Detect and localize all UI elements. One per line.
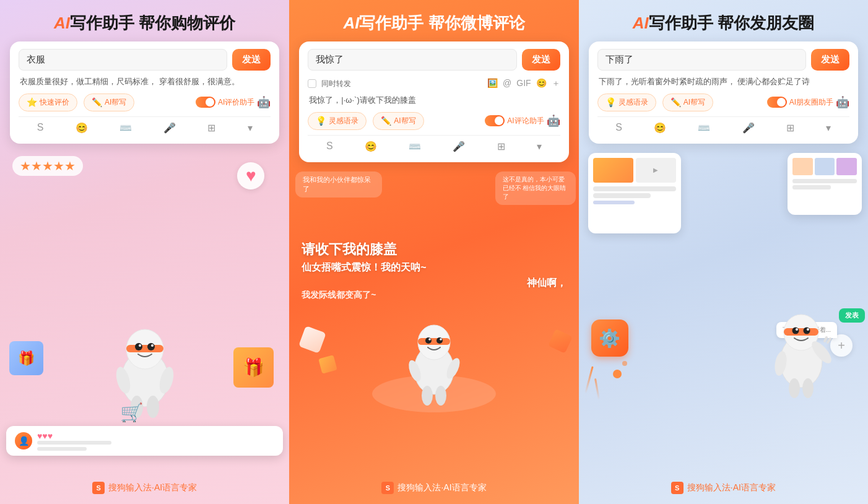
search-input-1[interactable]: [19, 49, 227, 71]
emoji-icon-1[interactable]: 😊: [72, 121, 92, 135]
at-icon[interactable]: @: [503, 78, 511, 89]
gift-box-1: 🎁: [9, 341, 43, 375]
svg-point-29: [807, 328, 809, 331]
grid-icon-2[interactable]: ⊞: [493, 139, 509, 154]
quick-review-btn[interactable]: ⭐ 快速评价: [19, 93, 77, 111]
generated-text-2: 我惊了，|·ω·`)请收下我的膝盖: [308, 94, 560, 107]
keyboard-icon-2[interactable]: ⌨️: [405, 139, 425, 154]
gif-icon[interactable]: GIF: [516, 78, 531, 89]
plus-icon[interactable]: ＋: [552, 78, 560, 89]
mic-icon-3[interactable]: 🎤: [739, 121, 758, 135]
footer-text-2: 搜狗输入法·AI语言专家: [397, 482, 486, 493]
svg-point-3: [135, 343, 142, 350]
grid-icon-1[interactable]: ⊞: [204, 121, 219, 135]
gift-box-2: 🎁: [233, 347, 274, 388]
keyboard-row-3: S 😊 ⌨️ 🎤 ⊞ ▾: [597, 116, 849, 136]
ribbon-text-3: 神仙啊，: [302, 277, 566, 290]
deco-block-2: [319, 355, 338, 374]
toggle-label-1: AI评价助手: [218, 97, 254, 108]
generated-text-3: 下雨了，光听着窗外时紧时疏的雨声， 便满心都会贮足了诗: [597, 76, 849, 89]
send-button-1[interactable]: 发送: [232, 49, 271, 71]
sogou-icon-3: S: [612, 121, 626, 134]
input-row-1: 发送: [19, 49, 271, 71]
panel-2-title: AI写作助手 帮你微博评论: [289, 0, 578, 41]
emoji-icon-3[interactable]: 😊: [650, 121, 670, 135]
post-btn-mockup: 发表: [839, 308, 865, 323]
star-icon: ⭐: [27, 97, 37, 107]
pencil-icon-3: ✏️: [671, 97, 681, 107]
input-row-3: 发送: [597, 49, 849, 71]
speech-bubble-1: 我和我的小伙伴都惊呆了: [295, 172, 382, 198]
mic-icon-1[interactable]: 🎤: [160, 121, 180, 135]
grid-icon-3[interactable]: ⊞: [783, 121, 798, 135]
svg-point-4: [147, 343, 155, 350]
chevron-down-icon-2[interactable]: ▾: [533, 139, 545, 154]
ribbon-text-1: 请收下我的膝盖: [302, 240, 566, 259]
bulb-icon-3: 💡: [605, 97, 616, 107]
review-line-1: [37, 441, 111, 445]
svg-point-28: [796, 328, 798, 331]
svg-point-6: [151, 344, 154, 347]
search-input-2[interactable]: [308, 49, 516, 71]
keyboard-icon-3[interactable]: ⌨️: [694, 121, 714, 135]
ai-write-btn-1[interactable]: ✏️ AI帮写: [84, 93, 134, 111]
emoji-icon-2[interactable]: 😊: [361, 139, 381, 154]
robot-character-3: [766, 309, 837, 403]
svg-point-26: [792, 328, 799, 334]
chevron-down-icon-1[interactable]: ▾: [244, 121, 256, 135]
emoji-weibo-icon[interactable]: 😊: [536, 78, 547, 89]
ai-write-btn-3[interactable]: ✏️ AI帮写: [662, 93, 713, 111]
heart-float: ♥: [237, 162, 264, 189]
input-row-2: 发送: [308, 49, 560, 71]
svg-point-22: [435, 386, 446, 406]
robot-emoji-1: 🤖: [257, 95, 271, 109]
toggle-label-3: AI朋友圈助手: [789, 97, 833, 108]
svg-rect-25: [784, 328, 818, 336]
svg-point-33: [802, 378, 814, 398]
input-card-3: 发送 下雨了，光听着窗外时紧时疏的雨声， 便满心都会贮足了诗 💡 灵感语录 ✏️…: [589, 41, 858, 144]
repost-checkbox[interactable]: [308, 79, 316, 88]
speech-bubble-2: 这不是真的，本小可爱已经不 相信我的大眼睛了: [495, 172, 576, 205]
hearts-display: ♥♥♥: [37, 431, 111, 441]
deco-block-1: [298, 326, 326, 354]
send-button-3[interactable]: 发送: [811, 49, 849, 71]
illustration-1: ★★★★★ ♥ 🎁 🎁: [0, 144, 289, 474]
illustration-3: ▶ ⚙️ + 发表 下雨了，光听着...: [579, 144, 868, 474]
sogou-logo-1: S: [92, 482, 105, 494]
deco-dot-2: [622, 361, 627, 366]
send-button-2[interactable]: 发送: [522, 49, 560, 71]
sogou-logo-3: S: [671, 482, 684, 494]
chevron-down-icon-3[interactable]: ▾: [822, 121, 835, 135]
search-input-3[interactable]: [597, 49, 806, 71]
svg-point-17: [428, 338, 431, 341]
inspiration-btn[interactable]: 💡 灵感语录: [308, 112, 367, 130]
ui-mockup-2: [788, 153, 862, 215]
inspiration-btn-3[interactable]: 💡 灵感语录: [597, 93, 656, 111]
svg-text:🛒: 🛒: [120, 402, 144, 422]
svg-point-18: [440, 338, 442, 341]
keyboard-row-2: S 😊 ⌨️ 🎤 ⊞ ▾: [308, 135, 560, 155]
panel-shopping: AI写作助手 帮你购物评价 发送 衣服质量很好，做工精细，尺码标准， 穿着很舒服…: [0, 0, 289, 504]
toggle-3[interactable]: [767, 97, 787, 108]
toggle-1[interactable]: [196, 97, 215, 108]
robot-emoji-3: 🤖: [836, 95, 849, 109]
deco-block-3: [548, 329, 573, 354]
image-icon[interactable]: 🖼️: [487, 78, 498, 89]
weibo-options-row: 同时转发 🖼️ @ GIF 😊 ＋: [308, 76, 560, 92]
ui-mockup-1: ▶: [588, 153, 681, 233]
review-lines: [37, 441, 111, 451]
robot-character-2: [400, 320, 468, 412]
ai-prefix-3: AI: [633, 14, 649, 32]
toggle-2[interactable]: [485, 115, 505, 126]
repost-label: 同时转发: [321, 79, 351, 89]
toggle-label-2: AI评论助手: [507, 116, 544, 126]
mic-icon-2[interactable]: 🎤: [449, 139, 469, 154]
svg-point-21: [422, 386, 433, 406]
keyboard-icon-1[interactable]: ⌨️: [116, 121, 136, 135]
ai-write-btn-2[interactable]: ✏️ AI帮写: [373, 112, 423, 130]
svg-rect-14: [418, 338, 450, 345]
keyboard-row-1: S 😊 ⌨️ 🎤 ⊞ ▾: [19, 116, 271, 136]
action-row-1: ⭐ 快速评价 ✏️ AI帮写 AI评价助手 🤖: [19, 93, 271, 111]
sogou-logo-2: S: [381, 482, 394, 494]
app-icon: ⚙️: [591, 319, 628, 357]
